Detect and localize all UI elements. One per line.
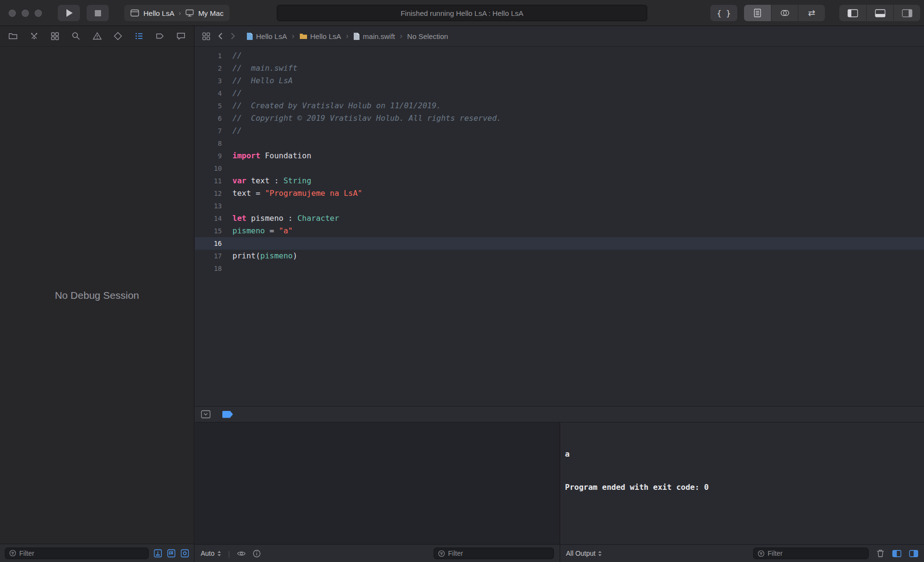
show-console-only-icon[interactable] xyxy=(909,550,918,557)
toggle-inspector-button[interactable] xyxy=(893,5,920,21)
breakpoint-navigator-tab[interactable] xyxy=(154,31,165,41)
breakpoints-toggle-icon[interactable] xyxy=(222,411,233,418)
show-variables-only-icon[interactable] xyxy=(892,550,901,557)
code-line[interactable]: 17print(pismeno) xyxy=(195,250,924,262)
code-snippets-button[interactable]: { } xyxy=(710,5,737,21)
line-number[interactable]: 5 xyxy=(195,100,222,112)
code-line[interactable]: 11var text : String xyxy=(195,175,924,187)
stop-button[interactable] xyxy=(87,5,109,21)
line-number[interactable]: 2 xyxy=(195,62,222,75)
code-text[interactable]: let pismeno : Character xyxy=(222,212,339,225)
code-text[interactable]: text = "Programujeme na LsA" xyxy=(222,187,362,200)
code-text[interactable] xyxy=(222,262,232,275)
find-navigator-tab[interactable] xyxy=(71,31,81,41)
line-number[interactable]: 17 xyxy=(195,250,222,262)
symbol-navigator-tab[interactable] xyxy=(50,31,60,41)
zoom-button[interactable] xyxy=(35,10,42,17)
code-line[interactable]: 15pismeno = "a" xyxy=(195,225,924,237)
code-text[interactable]: // Hello LsA xyxy=(222,75,293,87)
code-text[interactable] xyxy=(222,137,232,150)
line-number[interactable]: 15 xyxy=(195,225,222,237)
breadcrumb-project[interactable]: Hello LsA xyxy=(246,32,287,40)
code-line[interactable]: 16 xyxy=(195,237,924,250)
line-number[interactable]: 11 xyxy=(195,175,222,187)
line-number[interactable]: 9 xyxy=(195,150,222,162)
quicklook-eye-icon[interactable] xyxy=(237,550,246,557)
code-text[interactable]: // Created by Vratislav Holub on 11/01/2… xyxy=(222,100,441,112)
line-number[interactable]: 14 xyxy=(195,212,222,225)
trash-icon[interactable] xyxy=(876,549,885,558)
debug-filter-toggle-3-icon[interactable] xyxy=(180,549,189,558)
line-number[interactable]: 12 xyxy=(195,187,222,200)
breadcrumb-group[interactable]: Hello LsA xyxy=(299,32,341,40)
code-text[interactable]: import Foundation xyxy=(222,150,311,162)
line-number[interactable]: 10 xyxy=(195,162,222,175)
code-text[interactable]: var text : String xyxy=(222,175,311,187)
code-text[interactable]: pismeno = "a" xyxy=(222,225,293,237)
code-text[interactable]: // Copyright © 2019 Vratislav Holub. All… xyxy=(222,112,501,125)
code-line[interactable]: 9import Foundation xyxy=(195,150,924,162)
debug-navigator-tab[interactable] xyxy=(134,31,144,41)
code-line[interactable]: 6// Copyright © 2019 Vratislav Holub. Al… xyxy=(195,112,924,125)
breadcrumb-file[interactable]: main.swift xyxy=(353,32,395,40)
variables-scope-popup[interactable]: Auto xyxy=(201,549,221,557)
code-line[interactable]: 4// xyxy=(195,87,924,100)
info-icon[interactable] xyxy=(253,549,261,558)
toggle-navigator-button[interactable] xyxy=(839,5,866,21)
code-line[interactable]: 3// Hello LsA xyxy=(195,75,924,87)
version-editor-button[interactable]: ⇄ xyxy=(798,5,825,21)
code-line[interactable]: 12text = "Programujeme na LsA" xyxy=(195,187,924,200)
report-navigator-tab[interactable] xyxy=(176,31,186,41)
code-line[interactable]: 2// main.swift xyxy=(195,62,924,75)
source-editor[interactable]: 1//2// main.swift3// Hello LsA4//5// Cre… xyxy=(195,47,924,406)
console-output[interactable]: a Program ended with exit code: 0 xyxy=(560,422,924,544)
navigator-filter-field[interactable] xyxy=(5,548,149,559)
line-number[interactable]: 4 xyxy=(195,87,222,100)
variables-body[interactable] xyxy=(195,422,560,544)
code-text[interactable] xyxy=(222,162,232,175)
console-filter-field[interactable] xyxy=(753,548,869,559)
console-filter-input[interactable] xyxy=(768,549,864,557)
issue-navigator-tab[interactable] xyxy=(92,31,103,41)
code-line[interactable]: 5// Created by Vratislav Holub on 11/01/… xyxy=(195,100,924,112)
close-button[interactable] xyxy=(9,10,16,17)
related-items-icon[interactable] xyxy=(202,32,211,41)
line-number[interactable]: 7 xyxy=(195,125,222,137)
code-line[interactable]: 10 xyxy=(195,162,924,175)
navigator-filter-input[interactable] xyxy=(19,549,144,557)
forward-chevron-icon[interactable] xyxy=(230,32,236,40)
variables-filter-field[interactable] xyxy=(434,548,554,559)
line-number[interactable]: 18 xyxy=(195,262,222,275)
console-scope-popup[interactable]: All Output xyxy=(566,549,602,557)
code-line[interactable]: 1// xyxy=(195,50,924,62)
debug-filter-toggle-2-icon[interactable] xyxy=(167,549,176,558)
code-text[interactable]: print(pismeno) xyxy=(222,250,297,262)
line-number[interactable]: 6 xyxy=(195,112,222,125)
code-line[interactable]: 14let pismeno : Character xyxy=(195,212,924,225)
code-line[interactable]: 13 xyxy=(195,200,924,212)
variables-filter-input[interactable] xyxy=(448,549,550,557)
line-number[interactable]: 1 xyxy=(195,50,222,62)
back-chevron-icon[interactable] xyxy=(218,32,223,40)
standard-editor-button[interactable] xyxy=(744,5,771,21)
hide-debug-area-icon[interactable] xyxy=(201,410,211,419)
breadcrumb-selection[interactable]: No Selection xyxy=(407,32,448,40)
run-button[interactable] xyxy=(58,5,80,21)
source-control-navigator-tab[interactable] xyxy=(29,31,39,41)
line-number[interactable]: 3 xyxy=(195,75,222,87)
code-line[interactable]: 18 xyxy=(195,262,924,275)
code-text[interactable] xyxy=(222,200,232,212)
assistant-editor-button[interactable] xyxy=(771,5,798,21)
code-line[interactable]: 8 xyxy=(195,137,924,150)
code-text[interactable]: // xyxy=(222,87,242,100)
project-navigator-tab[interactable] xyxy=(8,31,18,41)
code-line[interactable]: 7// xyxy=(195,125,924,137)
code-text[interactable] xyxy=(222,237,232,250)
code-text[interactable]: // xyxy=(222,125,242,137)
code-text[interactable]: // xyxy=(222,50,242,62)
scheme-selector[interactable]: Hello LsA › My Mac xyxy=(124,5,230,21)
toggle-debug-area-button[interactable] xyxy=(866,5,893,21)
debug-filter-toggle-1-icon[interactable] xyxy=(154,549,162,558)
test-navigator-tab[interactable] xyxy=(113,31,123,41)
line-number[interactable]: 8 xyxy=(195,137,222,150)
